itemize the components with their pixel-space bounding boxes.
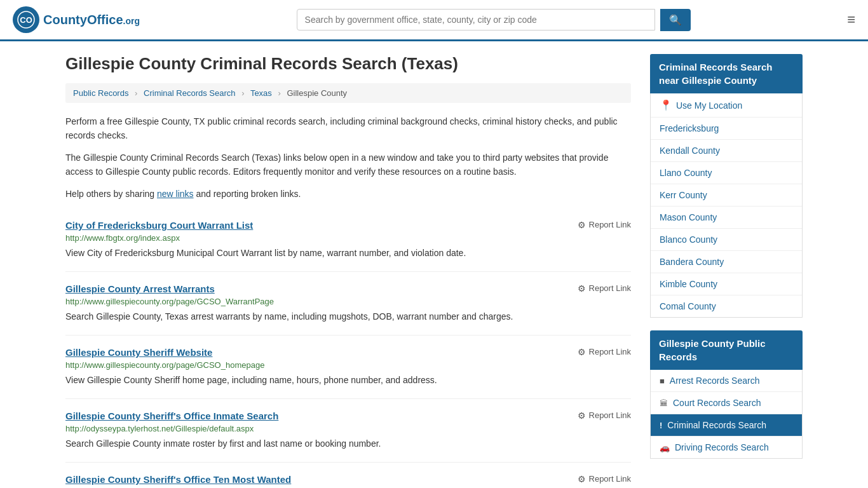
result-title-4[interactable]: Gillespie County Sheriff's Office Inmate… — [65, 410, 278, 421]
result-desc-1: View City of Fredericksburg Municipal Co… — [65, 247, 631, 260]
driving-records-link[interactable]: Driving Records Search — [675, 442, 769, 452]
breadcrumb-gillespie: Gillespie County — [287, 88, 347, 98]
mason-link[interactable]: Mason County — [660, 212, 717, 222]
result-item-3: Gillespie County Sheriff Website ⚙ Repor… — [65, 336, 631, 399]
logo-icon: CO — [13, 6, 39, 33]
main-container: Gillespie County Criminal Records Search… — [53, 41, 815, 488]
sidebar-public-list: ■ Arrest Records Search 🏛 Court Records … — [650, 370, 803, 459]
sidebar-public-header: Gillespie County Public Records — [650, 330, 803, 370]
result-desc-3: View Gillespie County Sheriff home page,… — [65, 374, 631, 387]
sidebar-nearby-list: 📍 Use My Location Fredericksburg Kendall… — [650, 93, 803, 318]
search-icon: 🔍 — [669, 15, 682, 25]
criminal-records-label: Criminal Records Search — [667, 420, 766, 430]
report-link-4[interactable]: ⚙ Report Link — [578, 410, 631, 421]
report-link-1[interactable]: ⚙ Report Link — [578, 220, 631, 230]
result-url-4[interactable]: http://odysseypa.tylerhost.net/Gillespie… — [65, 424, 631, 433]
result-title-3[interactable]: Gillespie County Sheriff Website — [65, 347, 212, 358]
result-header-5: Gillespie County Sheriff's Office Ten Mo… — [65, 474, 631, 485]
report-label-3: Report Link — [589, 347, 631, 356]
location-icon: 📍 — [660, 99, 672, 111]
desc-para-3: Help others by sharing new links and rep… — [65, 187, 631, 201]
breadcrumb-texas[interactable]: Texas — [250, 88, 272, 98]
sidebar-item-bandera[interactable]: Bandera County — [651, 251, 802, 273]
sidebar-item-kerr[interactable]: Kerr County — [651, 184, 802, 207]
page-title: Gillespie County Criminal Records Search… — [65, 54, 631, 74]
report-icon-2: ⚙ — [578, 283, 586, 294]
comal-link[interactable]: Comal County — [660, 301, 716, 311]
breadcrumb-sep-2: › — [241, 88, 244, 98]
breadcrumb: Public Records › Criminal Records Search… — [65, 83, 631, 103]
sidebar-item-llano[interactable]: Llano County — [651, 162, 802, 184]
bandera-link[interactable]: Bandera County — [660, 257, 724, 267]
result-header-3: Gillespie County Sheriff Website ⚙ Repor… — [65, 347, 631, 358]
result-title-5[interactable]: Gillespie County Sheriff's Office Ten Mo… — [65, 474, 291, 485]
criminal-icon: ! — [660, 421, 662, 430]
result-header-2: Gillespie County Arrest Warrants ⚙ Repor… — [65, 283, 631, 294]
result-desc-2: Search Gillespie County, Texas arrest wa… — [65, 310, 631, 323]
sidebar: Criminal Records Search near Gillespie C… — [650, 54, 803, 488]
llano-link[interactable]: Llano County — [660, 168, 712, 178]
court-records-link[interactable]: Court Records Search — [673, 398, 761, 408]
sidebar-pub-court[interactable]: 🏛 Court Records Search — [651, 392, 802, 414]
svg-text:CO: CO — [20, 15, 32, 25]
arrest-icon: ■ — [660, 376, 665, 386]
sidebar-item-use-location[interactable]: 📍 Use My Location — [651, 93, 802, 118]
sidebar-item-kendall[interactable]: Kendall County — [651, 140, 802, 162]
sidebar-item-fredericksburg[interactable]: Fredericksburg — [651, 118, 802, 140]
report-label-1: Report Link — [589, 220, 631, 229]
kendall-link[interactable]: Kendall County — [660, 146, 720, 156]
driving-icon: 🚗 — [660, 443, 670, 452]
report-icon-4: ⚙ — [578, 410, 586, 421]
report-link-2[interactable]: ⚙ Report Link — [578, 283, 631, 294]
breadcrumb-criminal-records[interactable]: Criminal Records Search — [144, 88, 236, 98]
sidebar-pub-driving[interactable]: 🚗 Driving Records Search — [651, 437, 802, 458]
report-link-5[interactable]: ⚙ Report Link — [578, 474, 631, 484]
blanco-link[interactable]: Blanco County — [660, 234, 717, 245]
content-area: Gillespie County Criminal Records Search… — [65, 54, 631, 488]
desc-para-1: Perform a free Gillespie County, TX publ… — [65, 114, 631, 143]
site-header: CO CountyOffice.org 🔍 ≡ — [0, 0, 868, 41]
result-title-1[interactable]: City of Fredericksburg Court Warrant Lis… — [65, 220, 253, 231]
search-button[interactable]: 🔍 — [660, 9, 691, 31]
report-label-4: Report Link — [589, 410, 631, 420]
fredericksburg-link[interactable]: Fredericksburg — [660, 123, 719, 133]
sidebar-pub-criminal[interactable]: ! Criminal Records Search — [651, 414, 802, 437]
result-url-1[interactable]: http://www.fbgtx.org/index.aspx — [65, 233, 631, 243]
desc-para-2: The Gillespie County Criminal Records Se… — [65, 151, 631, 179]
sidebar-public-section: Gillespie County Public Records ■ Arrest… — [650, 330, 803, 459]
search-input[interactable] — [297, 9, 655, 30]
court-icon: 🏛 — [660, 398, 668, 408]
breadcrumb-sep-3: › — [278, 88, 280, 98]
results-list: City of Fredericksburg Court Warrant Lis… — [65, 208, 631, 488]
result-item-4: Gillespie County Sheriff's Office Inmate… — [65, 399, 631, 463]
breadcrumb-public-records[interactable]: Public Records — [73, 88, 128, 98]
logo-text: CountyOffice.org — [43, 13, 140, 27]
kerr-link[interactable]: Kerr County — [660, 190, 707, 200]
report-icon-1: ⚙ — [578, 220, 586, 230]
result-header-1: City of Fredericksburg Court Warrant Lis… — [65, 220, 631, 231]
desc3-pre: Help others by sharing — [65, 189, 157, 199]
use-my-location-link[interactable]: Use My Location — [676, 100, 742, 111]
result-url-2[interactable]: http://www.gillespiecounty.org/page/GCSO… — [65, 297, 631, 306]
hamburger-button[interactable]: ≡ — [847, 11, 855, 28]
new-links-link[interactable]: new links — [157, 189, 194, 199]
result-url-3[interactable]: http://www.gillespiecounty.org/page/GCSO… — [65, 360, 631, 370]
result-item-1: City of Fredericksburg Court Warrant Lis… — [65, 208, 631, 272]
desc3-post: and reporting broken links. — [194, 189, 301, 199]
sidebar-item-comal[interactable]: Comal County — [651, 295, 802, 317]
breadcrumb-sep-1: › — [135, 88, 137, 98]
report-link-3[interactable]: ⚙ Report Link — [578, 347, 631, 357]
logo-main-text: CountyOffice — [43, 13, 123, 27]
sidebar-nearby-section: Criminal Records Search near Gillespie C… — [650, 54, 803, 318]
sidebar-item-kimble[interactable]: Kimble County — [651, 273, 802, 295]
arrest-records-link[interactable]: Arrest Records Search — [670, 376, 760, 386]
result-title-2[interactable]: Gillespie County Arrest Warrants — [65, 283, 215, 294]
sidebar-item-mason[interactable]: Mason County — [651, 207, 802, 229]
sidebar-nearby-header: Criminal Records Search near Gillespie C… — [650, 54, 803, 93]
result-header-4: Gillespie County Sheriff's Office Inmate… — [65, 410, 631, 421]
search-area: 🔍 — [297, 9, 691, 31]
result-item-5: Gillespie County Sheriff's Office Ten Mo… — [65, 463, 631, 488]
sidebar-pub-arrest[interactable]: ■ Arrest Records Search — [651, 370, 802, 392]
kimble-link[interactable]: Kimble County — [660, 279, 717, 289]
sidebar-item-blanco[interactable]: Blanco County — [651, 229, 802, 251]
